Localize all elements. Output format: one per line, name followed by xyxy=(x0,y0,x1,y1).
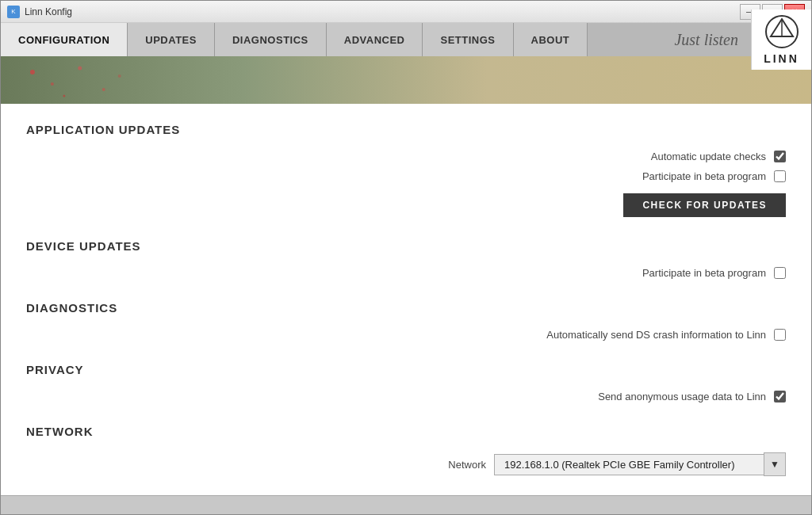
nav-logo-area: Just listen LINN xyxy=(661,23,811,56)
svg-point-6 xyxy=(78,67,82,71)
tab-configuration[interactable]: CONFIGURATION xyxy=(1,23,128,56)
beta-device-row: Participate in beta program xyxy=(42,267,786,279)
auto-update-label: Automatic update checks xyxy=(651,151,766,162)
privacy-title: PRIVACY xyxy=(26,363,786,376)
diagnostics-title: DIAGNOSTICS xyxy=(26,301,786,315)
crash-info-label: Automatically send DS crash information … xyxy=(546,329,766,341)
tab-advanced[interactable]: ADVANCED xyxy=(327,23,423,56)
anonymous-data-checkbox[interactable] xyxy=(774,391,786,402)
tab-settings[interactable]: SETTINGS xyxy=(423,23,513,56)
window-title: Linn Konfig xyxy=(25,6,72,17)
beta-app-checkbox[interactable] xyxy=(774,170,786,182)
network-title: NETWORK xyxy=(26,425,786,438)
app-updates-section: APPLICATION UPDATES Automatic update che… xyxy=(26,123,786,217)
tab-about[interactable]: ABOUT xyxy=(514,23,588,56)
beta-device-label: Participate in beta program xyxy=(642,267,766,279)
banner-decoration xyxy=(1,56,811,104)
network-dropdown-arrow[interactable]: ▼ xyxy=(764,452,786,476)
linn-logo-icon xyxy=(764,14,799,49)
linn-logo: LINN xyxy=(751,10,811,70)
privacy-form: Send anonymous usage data to Linn xyxy=(26,391,786,402)
tab-updates[interactable]: UPDATES xyxy=(128,23,215,56)
anonymous-data-row: Send anonymous usage data to Linn xyxy=(42,391,786,402)
svg-point-8 xyxy=(63,95,65,97)
beta-device-checkbox[interactable] xyxy=(774,267,786,279)
crash-info-checkbox[interactable] xyxy=(774,329,786,341)
network-row: Network 192.168.1.0 (Realtek PCIe GBE Fa… xyxy=(42,452,786,476)
check-updates-button[interactable]: CHECK FOR UPDATES xyxy=(623,193,786,217)
network-form: Network 192.168.1.0 (Realtek PCIe GBE Fa… xyxy=(26,452,786,476)
diagnostics-section: DIAGNOSTICS Automatically send DS crash … xyxy=(26,301,786,341)
svg-point-9 xyxy=(118,74,121,78)
network-section: NETWORK Network 192.168.1.0 (Realtek PCI… xyxy=(26,425,786,476)
beta-app-row: Participate in beta program xyxy=(42,170,786,182)
svg-point-4 xyxy=(30,70,35,74)
tagline: Just listen xyxy=(661,31,751,49)
privacy-section: PRIVACY Send anonymous usage data to Lin… xyxy=(26,363,786,402)
auto-update-row: Automatic update checks xyxy=(42,151,786,162)
linn-brand-text: LINN xyxy=(764,52,799,65)
network-select-display[interactable]: 192.168.1.0 (Realtek PCIe GBE Family Con… xyxy=(494,454,764,475)
beta-app-label: Participate in beta program xyxy=(642,170,766,182)
app-updates-form: Automatic update checks Participate in b… xyxy=(26,151,786,217)
auto-update-checkbox[interactable] xyxy=(774,151,786,162)
nav-bar: CONFIGURATION UPDATES DIAGNOSTICS ADVANC… xyxy=(1,23,811,56)
network-select-wrapper: 192.168.1.0 (Realtek PCIe GBE Family Con… xyxy=(494,452,786,476)
anonymous-data-label: Send anonymous usage data to Linn xyxy=(598,391,766,402)
status-bar xyxy=(1,495,811,514)
title-bar: K Linn Konfig — □ ✕ xyxy=(1,1,811,23)
content-area: APPLICATION UPDATES Automatic update che… xyxy=(1,104,811,495)
tab-diagnostics[interactable]: DIAGNOSTICS xyxy=(215,23,327,56)
banner xyxy=(1,56,811,104)
network-label: Network xyxy=(448,459,486,471)
crash-info-row: Automatically send DS crash information … xyxy=(42,329,786,341)
device-updates-form: Participate in beta program xyxy=(26,267,786,279)
app-icon: K xyxy=(7,6,20,18)
main-window: K Linn Konfig — □ ✕ CONFIGURATION UPDATE… xyxy=(0,0,812,515)
device-updates-title: DEVICE UPDATES xyxy=(26,239,786,253)
svg-point-7 xyxy=(102,88,105,91)
title-bar-left: K Linn Konfig xyxy=(7,6,72,18)
svg-point-5 xyxy=(51,82,54,86)
device-updates-section: DEVICE UPDATES Participate in beta progr… xyxy=(26,239,786,279)
diagnostics-form: Automatically send DS crash information … xyxy=(26,329,786,341)
check-updates-row: CHECK FOR UPDATES xyxy=(42,190,786,217)
app-updates-title: APPLICATION UPDATES xyxy=(26,123,786,136)
svg-rect-3 xyxy=(1,56,811,104)
